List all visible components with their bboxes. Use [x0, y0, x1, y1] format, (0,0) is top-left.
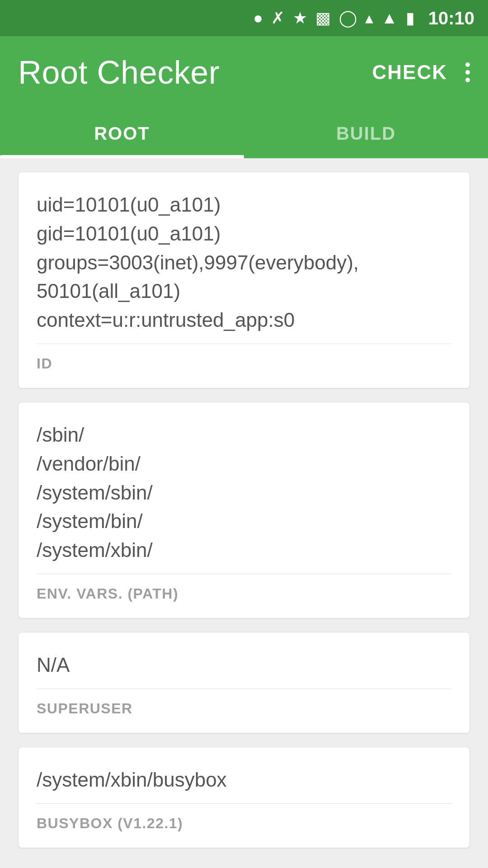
superuser-card-divider: [37, 689, 451, 689]
busybox-card-divider: [37, 803, 451, 804]
tab-build-label: BUILD: [336, 123, 396, 144]
signal-icon: ▲: [381, 9, 398, 28]
superuser-card-value: N/A: [37, 651, 451, 679]
status-bar: ● ✗ ★ ▩ ◯ ▴ ▲ ▮ 10:10: [0, 0, 488, 36]
superuser-card-label: SUPERUSER: [37, 700, 451, 717]
more-options-button[interactable]: [465, 62, 470, 82]
tab-root[interactable]: ROOT: [0, 108, 244, 158]
star-icon: ★: [293, 9, 307, 28]
app-bar: Root Checker CHECK: [0, 36, 488, 108]
app-title: Root Checker: [18, 54, 220, 91]
alarm-icon: ◯: [339, 9, 357, 28]
tab-build[interactable]: BUILD: [244, 108, 488, 158]
status-icons: ● ✗ ★ ▩ ◯ ▴ ▲ ▮: [253, 9, 414, 28]
more-dot-1: [465, 62, 470, 67]
id-card: uid=10101(u0_a101) gid=10101(u0_a101) gr…: [18, 172, 470, 388]
id-card-divider: [37, 344, 451, 344]
location-icon: ●: [253, 9, 263, 28]
battery-icon: ▮: [406, 9, 415, 28]
busybox-card-value: /system/xbin/busybox: [37, 765, 451, 794]
vibrate-icon: ▩: [315, 9, 331, 28]
tabs-container: ROOT BUILD: [0, 108, 488, 158]
path-card-label: ENV. VARS. (PATH): [37, 585, 451, 602]
more-dot-3: [465, 78, 470, 82]
status-time: 10:10: [428, 8, 474, 28]
path-card-divider: [37, 574, 451, 574]
id-card-value: uid=10101(u0_a101) gid=10101(u0_a101) gr…: [37, 190, 451, 335]
id-card-label: ID: [37, 355, 451, 372]
more-dot-2: [465, 70, 470, 75]
wifi-icon: ▴: [365, 9, 373, 28]
busybox-card: /system/xbin/busybox BUSYBOX (v1.22.1): [18, 747, 470, 848]
tab-root-label: ROOT: [94, 123, 150, 144]
path-card: /sbin/ /vendor/bin/ /system/sbin/ /syste…: [18, 402, 470, 618]
check-button[interactable]: CHECK: [372, 61, 447, 84]
bluetooth-icon: ✗: [271, 9, 285, 28]
superuser-card: N/A SUPERUSER: [18, 632, 470, 733]
path-card-value: /sbin/ /vendor/bin/ /system/sbin/ /syste…: [37, 420, 451, 565]
app-bar-actions: CHECK: [372, 61, 470, 84]
busybox-card-label: BUSYBOX (v1.22.1): [37, 815, 451, 832]
content-area: uid=10101(u0_a101) gid=10101(u0_a101) gr…: [0, 158, 488, 862]
